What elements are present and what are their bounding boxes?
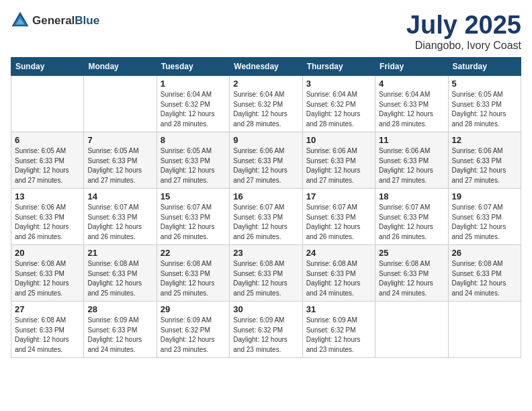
calendar-cell: 19Sunrise: 6:07 AM Sunset: 6:33 PM Dayli… [448, 189, 521, 245]
day-info: Sunrise: 6:05 AM Sunset: 6:33 PM Dayligh… [161, 146, 226, 185]
day-number: 24 [306, 248, 371, 258]
day-number: 19 [452, 191, 517, 201]
day-number: 1 [161, 79, 226, 89]
calendar-cell: 26Sunrise: 6:08 AM Sunset: 6:33 PM Dayli… [448, 245, 521, 302]
calendar-cell: 7Sunrise: 6:05 AM Sunset: 6:33 PM Daylig… [84, 132, 157, 189]
calendar-cell: 31Sunrise: 6:09 AM Sunset: 6:32 PM Dayli… [302, 302, 375, 358]
day-info: Sunrise: 6:07 AM Sunset: 6:33 PM Dayligh… [233, 203, 298, 242]
day-number: 27 [15, 304, 80, 314]
day-number: 8 [161, 135, 226, 145]
calendar-cell: 15Sunrise: 6:07 AM Sunset: 6:33 PM Dayli… [157, 189, 229, 245]
day-info: Sunrise: 6:09 AM Sunset: 6:32 PM Dayligh… [233, 316, 298, 355]
day-number: 16 [233, 191, 298, 201]
weekday-header: Thursday [302, 58, 375, 76]
day-info: Sunrise: 6:09 AM Sunset: 6:32 PM Dayligh… [306, 316, 371, 355]
day-number: 17 [306, 191, 371, 201]
calendar-cell: 9Sunrise: 6:06 AM Sunset: 6:33 PM Daylig… [230, 132, 302, 189]
day-number: 4 [379, 79, 444, 89]
calendar-cell: 23Sunrise: 6:08 AM Sunset: 6:33 PM Dayli… [230, 245, 302, 302]
calendar-cell: 14Sunrise: 6:07 AM Sunset: 6:33 PM Dayli… [84, 189, 157, 245]
day-number: 5 [452, 79, 517, 89]
day-number: 29 [161, 304, 226, 314]
day-number: 26 [452, 248, 517, 258]
day-info: Sunrise: 6:08 AM Sunset: 6:33 PM Dayligh… [87, 259, 152, 298]
calendar-cell: 3Sunrise: 6:04 AM Sunset: 6:32 PM Daylig… [302, 76, 375, 132]
calendar-week-row: 13Sunrise: 6:06 AM Sunset: 6:33 PM Dayli… [11, 189, 521, 245]
calendar-cell: 6Sunrise: 6:05 AM Sunset: 6:33 PM Daylig… [11, 132, 84, 189]
day-number: 30 [233, 304, 298, 314]
calendar-week-row: 6Sunrise: 6:05 AM Sunset: 6:33 PM Daylig… [11, 132, 521, 189]
location-subtitle: Diangobo, Ivory Coast [406, 40, 521, 52]
weekday-header: Saturday [448, 58, 521, 76]
day-number: 12 [452, 135, 517, 145]
day-info: Sunrise: 6:04 AM Sunset: 6:33 PM Dayligh… [379, 90, 444, 129]
calendar-cell: 27Sunrise: 6:08 AM Sunset: 6:33 PM Dayli… [11, 302, 84, 358]
calendar-cell: 5Sunrise: 6:05 AM Sunset: 6:33 PM Daylig… [448, 76, 521, 132]
day-info: Sunrise: 6:09 AM Sunset: 6:32 PM Dayligh… [161, 316, 226, 355]
calendar-cell: 12Sunrise: 6:06 AM Sunset: 6:33 PM Dayli… [448, 132, 521, 189]
day-info: Sunrise: 6:08 AM Sunset: 6:33 PM Dayligh… [161, 259, 226, 298]
calendar-cell: 8Sunrise: 6:05 AM Sunset: 6:33 PM Daylig… [157, 132, 229, 189]
title-area: July 2025 Diangobo, Ivory Coast [406, 11, 521, 52]
calendar-cell [448, 302, 521, 358]
day-number: 11 [379, 135, 444, 145]
calendar-cell: 25Sunrise: 6:08 AM Sunset: 6:33 PM Dayli… [375, 245, 448, 302]
day-info: Sunrise: 6:06 AM Sunset: 6:33 PM Dayligh… [379, 146, 444, 185]
day-info: Sunrise: 6:05 AM Sunset: 6:33 PM Dayligh… [87, 146, 152, 185]
weekday-header: Friday [375, 58, 448, 76]
day-info: Sunrise: 6:08 AM Sunset: 6:33 PM Dayligh… [452, 259, 517, 298]
calendar-header-row: SundayMondayTuesdayWednesdayThursdayFrid… [11, 58, 521, 76]
logo: GeneralBlue [11, 11, 99, 30]
day-info: Sunrise: 6:08 AM Sunset: 6:33 PM Dayligh… [15, 316, 80, 355]
weekday-header: Monday [84, 58, 157, 76]
day-info: Sunrise: 6:06 AM Sunset: 6:33 PM Dayligh… [15, 203, 80, 242]
day-info: Sunrise: 6:07 AM Sunset: 6:33 PM Dayligh… [306, 203, 371, 242]
day-info: Sunrise: 6:06 AM Sunset: 6:33 PM Dayligh… [233, 146, 298, 185]
day-number: 14 [87, 191, 152, 201]
day-number: 15 [161, 191, 226, 201]
calendar-week-row: 1Sunrise: 6:04 AM Sunset: 6:32 PM Daylig… [11, 76, 521, 132]
day-info: Sunrise: 6:06 AM Sunset: 6:33 PM Dayligh… [452, 146, 517, 185]
day-info: Sunrise: 6:05 AM Sunset: 6:33 PM Dayligh… [15, 146, 80, 185]
calendar-cell: 21Sunrise: 6:08 AM Sunset: 6:33 PM Dayli… [84, 245, 157, 302]
logo-text: GeneralBlue [32, 15, 99, 26]
day-info: Sunrise: 6:07 AM Sunset: 6:33 PM Dayligh… [452, 203, 517, 242]
calendar-cell: 13Sunrise: 6:06 AM Sunset: 6:33 PM Dayli… [11, 189, 84, 245]
day-info: Sunrise: 6:04 AM Sunset: 6:32 PM Dayligh… [161, 90, 226, 129]
calendar-cell: 24Sunrise: 6:08 AM Sunset: 6:33 PM Dayli… [302, 245, 375, 302]
day-number: 18 [379, 191, 444, 201]
month-year-title: July 2025 [406, 11, 521, 40]
day-info: Sunrise: 6:08 AM Sunset: 6:33 PM Dayligh… [233, 259, 298, 298]
calendar-cell: 22Sunrise: 6:08 AM Sunset: 6:33 PM Dayli… [157, 245, 229, 302]
calendar-cell: 17Sunrise: 6:07 AM Sunset: 6:33 PM Dayli… [302, 189, 375, 245]
day-info: Sunrise: 6:07 AM Sunset: 6:33 PM Dayligh… [379, 203, 444, 242]
calendar-cell [375, 302, 448, 358]
calendar-cell: 30Sunrise: 6:09 AM Sunset: 6:32 PM Dayli… [230, 302, 302, 358]
day-number: 22 [161, 248, 226, 258]
calendar-cell: 29Sunrise: 6:09 AM Sunset: 6:32 PM Dayli… [157, 302, 229, 358]
day-number: 31 [306, 304, 371, 314]
calendar-cell: 18Sunrise: 6:07 AM Sunset: 6:33 PM Dayli… [375, 189, 448, 245]
day-number: 10 [306, 135, 371, 145]
day-number: 2 [233, 79, 298, 89]
calendar-cell: 4Sunrise: 6:04 AM Sunset: 6:33 PM Daylig… [375, 76, 448, 132]
calendar-cell: 10Sunrise: 6:06 AM Sunset: 6:33 PM Dayli… [302, 132, 375, 189]
day-info: Sunrise: 6:04 AM Sunset: 6:32 PM Dayligh… [233, 90, 298, 129]
calendar-cell: 20Sunrise: 6:08 AM Sunset: 6:33 PM Dayli… [11, 245, 84, 302]
day-info: Sunrise: 6:07 AM Sunset: 6:33 PM Dayligh… [161, 203, 226, 242]
day-number: 21 [87, 248, 152, 258]
day-info: Sunrise: 6:07 AM Sunset: 6:33 PM Dayligh… [87, 203, 152, 242]
calendar-week-row: 27Sunrise: 6:08 AM Sunset: 6:33 PM Dayli… [11, 302, 521, 358]
weekday-header: Tuesday [157, 58, 229, 76]
day-info: Sunrise: 6:04 AM Sunset: 6:32 PM Dayligh… [306, 90, 371, 129]
calendar-cell: 11Sunrise: 6:06 AM Sunset: 6:33 PM Dayli… [375, 132, 448, 189]
calendar-cell: 2Sunrise: 6:04 AM Sunset: 6:32 PM Daylig… [230, 76, 302, 132]
day-info: Sunrise: 6:06 AM Sunset: 6:33 PM Dayligh… [306, 146, 371, 185]
day-number: 7 [87, 135, 152, 145]
day-info: Sunrise: 6:08 AM Sunset: 6:33 PM Dayligh… [379, 259, 444, 298]
day-info: Sunrise: 6:08 AM Sunset: 6:33 PM Dayligh… [306, 259, 371, 298]
day-number: 3 [306, 79, 371, 89]
day-number: 28 [87, 304, 152, 314]
calendar-cell [11, 76, 84, 132]
day-info: Sunrise: 6:09 AM Sunset: 6:33 PM Dayligh… [87, 316, 152, 355]
